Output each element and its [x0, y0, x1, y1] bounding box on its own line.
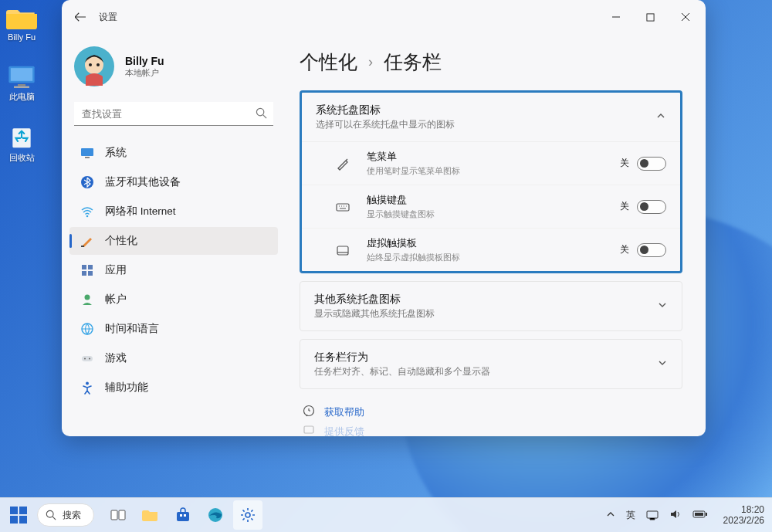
- user-icon: [80, 293, 94, 307]
- svg-rect-39: [184, 514, 186, 517]
- desktop-icon-user-folder[interactable]: Billy Fu: [6, 5, 37, 42]
- desktop-icons: Billy Fu 此电脑 回收站: [6, 5, 37, 164]
- battery-icon[interactable]: [692, 510, 708, 521]
- sidebar-item-label: 应用: [105, 263, 127, 277]
- svg-point-14: [86, 215, 89, 218]
- taskbar-task-view[interactable]: [103, 500, 133, 530]
- svg-rect-16: [82, 265, 86, 269]
- sidebar-item-label: 时间和语言: [105, 322, 159, 336]
- setting-pen-menu: 笔菜单 使用笔时显示笔菜单图标 关: [302, 142, 680, 185]
- svg-point-41: [245, 513, 250, 517]
- back-button[interactable]: [69, 6, 91, 28]
- minimize-button[interactable]: [598, 5, 633, 29]
- sidebar-item-time-language[interactable]: 时间和语言: [69, 315, 278, 343]
- taskbar-search[interactable]: 搜索: [37, 503, 94, 527]
- svg-point-34: [46, 510, 53, 517]
- svg-rect-45: [695, 513, 703, 516]
- get-help-link[interactable]: 获取帮助: [300, 405, 682, 419]
- toggle-virtual-touchpad[interactable]: [637, 243, 666, 257]
- svg-rect-33: [19, 516, 27, 524]
- card-header-tray[interactable]: 系统托盘图标 选择可以在系统托盘中显示的图标: [302, 93, 680, 141]
- feedback-link[interactable]: 提供反馈: [300, 424, 682, 436]
- desktop-icon-recycle-bin[interactable]: 回收站: [6, 124, 37, 164]
- nav-list: 系统 蓝牙和其他设备 网络和 Internet 个性化 应用: [66, 138, 281, 402]
- svg-rect-19: [88, 271, 93, 276]
- window-title: 设置: [99, 11, 117, 24]
- card-header-taskbar-behaviors[interactable]: 任务栏行为 任务栏对齐、标记、自动隐藏和多个显示器: [300, 340, 682, 388]
- clock[interactable]: 18:20 2023/2/26: [723, 504, 764, 527]
- toggle-state: 关: [620, 157, 629, 170]
- titlebar: 设置: [62, 0, 706, 34]
- svg-rect-30: [10, 507, 18, 514]
- setting-subtitle: 显示触摸键盘图标: [367, 208, 620, 220]
- pen-icon: [333, 157, 353, 171]
- card-subtitle: 任务栏对齐、标记、自动隐藏和多个显示器: [314, 366, 657, 378]
- sidebar-item-accessibility[interactable]: 辅助功能: [69, 374, 278, 402]
- card-subtitle: 显示或隐藏其他系统托盘图标: [314, 308, 657, 320]
- chevron-right-icon: ›: [368, 54, 373, 70]
- svg-rect-38: [180, 514, 182, 517]
- chevron-down-icon: [657, 300, 668, 313]
- sidebar-item-bluetooth[interactable]: 蓝牙和其他设备: [69, 168, 278, 196]
- breadcrumb: 个性化 › 任务栏: [300, 49, 682, 75]
- svg-rect-17: [88, 265, 93, 269]
- chevron-down-icon: [657, 357, 668, 371]
- sidebar-item-personalization[interactable]: 个性化: [69, 227, 278, 255]
- card-header-other-tray[interactable]: 其他系统托盘图标 显示或隐藏其他系统托盘图标: [300, 282, 682, 330]
- start-button[interactable]: [8, 504, 29, 526]
- sidebar-item-system[interactable]: 系统: [69, 139, 278, 167]
- search-box: [74, 102, 273, 126]
- sidebar-item-accounts[interactable]: 帐户: [69, 286, 278, 313]
- svg-rect-36: [119, 510, 125, 520]
- volume-icon[interactable]: [669, 508, 682, 523]
- desktop-icon-this-pc[interactable]: 此电脑: [6, 63, 37, 103]
- card-title: 任务栏行为: [314, 351, 657, 364]
- desktop-icon-label: Billy Fu: [8, 32, 36, 42]
- card-title: 系统托盘图标: [316, 103, 655, 117]
- clock-time: 18:20: [723, 504, 764, 515]
- search-input[interactable]: [74, 102, 273, 126]
- toggle-state: 关: [620, 243, 629, 256]
- sidebar-item-network[interactable]: 网络和 Internet: [69, 198, 278, 225]
- toggle-touch-keyboard[interactable]: [637, 200, 666, 214]
- sidebar-item-gaming[interactable]: 游戏: [69, 344, 278, 372]
- svg-rect-26: [337, 204, 349, 211]
- svg-point-9: [96, 63, 100, 66]
- wifi-icon: [80, 205, 94, 219]
- card-subtitle: 选择可以在系统托盘中显示的图标: [316, 119, 655, 130]
- setting-title: 触摸键盘: [367, 193, 620, 207]
- search-icon: [46, 510, 56, 520]
- svg-rect-31: [19, 507, 27, 514]
- toggle-pen-menu[interactable]: [637, 157, 666, 171]
- svg-rect-27: [337, 246, 348, 255]
- setting-touch-keyboard: 触摸键盘 显示触摸键盘图标 关: [302, 185, 680, 228]
- taskbar-store[interactable]: [168, 500, 198, 530]
- maximize-button[interactable]: [633, 5, 668, 29]
- svg-rect-5: [647, 13, 654, 20]
- keyboard-icon: [333, 200, 353, 214]
- user-block[interactable]: Billy Fu 本地帐户: [66, 42, 281, 91]
- sidebar: Billy Fu 本地帐户 系统 蓝牙和其他设备: [62, 34, 286, 436]
- sidebar-item-label: 蓝牙和其他设备: [105, 175, 181, 189]
- sidebar-item-label: 辅助功能: [105, 381, 148, 395]
- close-button[interactable]: [668, 5, 703, 29]
- clock-date: 2023/2/26: [723, 515, 764, 526]
- breadcrumb-parent[interactable]: 个性化: [300, 49, 357, 75]
- network-icon[interactable]: [646, 508, 659, 523]
- sidebar-item-label: 系统: [105, 146, 127, 160]
- user-account-type: 本地帐户: [125, 67, 164, 79]
- svg-rect-2: [18, 84, 25, 86]
- svg-rect-1: [11, 68, 32, 81]
- tray-overflow-icon[interactable]: [606, 510, 615, 521]
- avatar: [74, 46, 114, 86]
- sidebar-item-apps[interactable]: 应用: [69, 256, 278, 284]
- ime-indicator[interactable]: 英: [626, 509, 635, 522]
- taskbar-edge[interactable]: [201, 500, 230, 530]
- taskbar-settings[interactable]: [233, 500, 262, 530]
- taskbar-search-label: 搜索: [63, 509, 81, 522]
- taskbar-behaviors-card: 任务栏行为 任务栏对齐、标记、自动隐藏和多个显示器: [300, 339, 682, 389]
- globe-icon: [80, 322, 94, 336]
- svg-rect-3: [14, 86, 29, 89]
- taskbar-file-explorer[interactable]: [136, 500, 165, 530]
- taskbar: 搜索 英 18:20 2023/2/26: [0, 497, 772, 532]
